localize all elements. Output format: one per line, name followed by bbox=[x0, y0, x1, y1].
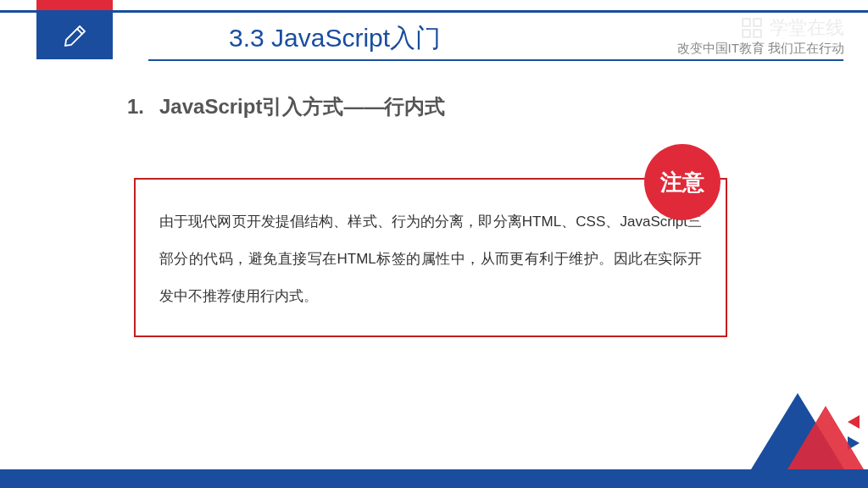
list-number: 1. bbox=[127, 95, 144, 118]
svg-rect-4 bbox=[754, 30, 761, 37]
list-heading: 1.JavaScript引入方式——行内式 bbox=[127, 93, 445, 120]
section-title: 3.3 JavaScript入门 bbox=[229, 21, 441, 56]
svg-rect-2 bbox=[754, 19, 761, 26]
svg-rect-1 bbox=[743, 19, 750, 26]
pencil-icon bbox=[61, 23, 88, 50]
bottom-bar bbox=[0, 469, 868, 488]
header-icon-box bbox=[36, 13, 113, 59]
tagline: 改变中国IT教育 我们正在行动 bbox=[677, 41, 845, 57]
watermark: 学堂在线 bbox=[741, 15, 844, 41]
note-badge: 注意 bbox=[644, 144, 721, 220]
list-heading-text: JavaScript引入方式——行内式 bbox=[159, 95, 445, 118]
top-divider-line bbox=[0, 10, 868, 13]
svg-line-0 bbox=[77, 29, 82, 34]
svg-rect-3 bbox=[743, 30, 750, 37]
watermark-grid-icon bbox=[741, 17, 763, 39]
note-text: 由于现代网页开发提倡结构、样式、行为的分离，即分离HTML、CSS、JavaSc… bbox=[159, 203, 702, 316]
title-underline bbox=[148, 59, 843, 61]
decorative-triangle-red bbox=[787, 406, 864, 469]
top-accent-bar bbox=[36, 0, 113, 10]
note-box: 由于现代网页开发提倡结构、样式、行为的分离，即分离HTML、CSS、JavaSc… bbox=[134, 178, 727, 337]
watermark-text: 学堂在线 bbox=[770, 15, 844, 41]
